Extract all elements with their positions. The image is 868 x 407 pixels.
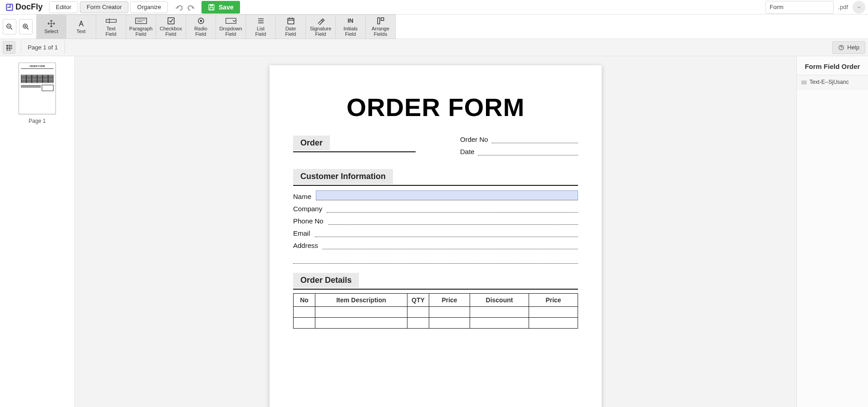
- th-qty: QTY: [407, 294, 429, 307]
- more-menu-button[interactable]: [853, 1, 865, 14]
- calendar-icon: [287, 17, 295, 25]
- svg-rect-29: [6, 45, 8, 47]
- tool-signature-field[interactable]: Signature Field: [306, 15, 336, 39]
- drag-handle-icon: [801, 80, 807, 84]
- tool-paragraph-field[interactable]: Paragraph Field: [126, 15, 156, 39]
- top-bar: DocFly Editor Form Creator Organize Save…: [0, 0, 868, 15]
- svg-rect-35: [11, 45, 12, 47]
- arrange-icon: [377, 17, 385, 25]
- field-order-label: Text-E--SjUsanc: [809, 79, 849, 85]
- order-details-table: No Item Description QTY Price Discount P…: [293, 293, 578, 329]
- svg-rect-2: [210, 5, 213, 6]
- label-email: Email: [293, 229, 315, 237]
- undo-button[interactable]: [174, 3, 183, 12]
- svg-rect-27: [378, 18, 380, 24]
- table-row: [294, 318, 578, 329]
- initials-icon: IN: [348, 17, 353, 25]
- logo-icon: [5, 3, 14, 11]
- checkbox-icon: [167, 17, 175, 25]
- paragraph-field-icon: [135, 17, 147, 25]
- tool-group: Select Text Text Field Paragraph Field C…: [36, 15, 396, 39]
- status-bar: Page 1 of 1 Help: [0, 39, 868, 56]
- document-canvas[interactable]: ORDER FORM Order Order No Date: [75, 56, 796, 407]
- svg-rect-32: [9, 47, 10, 49]
- thumbnails-toggle[interactable]: [3, 41, 15, 54]
- section-details-tab: Order Details: [293, 273, 359, 288]
- tool-select[interactable]: Select: [36, 15, 66, 39]
- svg-point-38: [841, 48, 842, 49]
- help-button[interactable]: Help: [832, 41, 865, 54]
- tab-form-creator[interactable]: Form Creator: [80, 1, 128, 13]
- tool-date-field[interactable]: Date Field: [276, 15, 306, 39]
- main-area: ORDER FORM Page 1: [0, 56, 868, 407]
- chevron-down-icon: [856, 5, 862, 10]
- tool-radio-field[interactable]: Radio Field: [186, 15, 216, 39]
- svg-rect-19: [226, 18, 235, 23]
- svg-rect-11: [106, 19, 116, 22]
- zoom-out-button[interactable]: [3, 19, 16, 34]
- dropdown-icon: [226, 17, 236, 25]
- page-thumbnail[interactable]: ORDER FORM: [19, 63, 56, 114]
- save-button[interactable]: Save: [201, 1, 240, 14]
- svg-rect-31: [9, 45, 10, 47]
- svg-line-8: [27, 28, 29, 29]
- svg-rect-33: [6, 49, 8, 50]
- tool-text[interactable]: Text: [66, 15, 96, 39]
- svg-line-5: [10, 28, 12, 29]
- field-order-panel: Form Field Order Text-E--SjUsanc: [796, 56, 868, 407]
- tool-dropdown-field[interactable]: Dropdown Field: [216, 15, 246, 39]
- label-name: Name: [293, 193, 316, 200]
- signature-icon: [317, 17, 325, 25]
- tool-list-field[interactable]: List Field: [246, 15, 276, 39]
- help-icon: [838, 44, 844, 51]
- svg-rect-16: [168, 18, 174, 24]
- svg-rect-28: [381, 18, 383, 20]
- app-logo: DocFly: [3, 2, 45, 12]
- mode-tabs: Editor Form Creator Organize: [49, 1, 168, 13]
- save-label: Save: [219, 4, 234, 11]
- th-no: No: [294, 294, 315, 307]
- brand-text: DocFly: [15, 2, 43, 12]
- thumbnails-panel: ORDER FORM Page 1: [0, 56, 75, 407]
- move-icon: [47, 19, 55, 28]
- zoom-in-icon: [22, 23, 30, 31]
- svg-rect-3: [210, 7, 213, 10]
- label-order-no: Order No: [460, 136, 492, 143]
- svg-rect-23: [288, 19, 294, 24]
- tool-arrange-fields[interactable]: Arrange Fields: [366, 15, 396, 39]
- doc-title: ORDER FORM: [293, 92, 578, 122]
- zoom-in-button[interactable]: [19, 19, 33, 34]
- list-icon: [257, 17, 265, 25]
- page-1[interactable]: ORDER FORM Order Order No Date: [270, 65, 602, 407]
- th-item: Item Description: [315, 294, 407, 307]
- svg-rect-36: [11, 47, 12, 49]
- text-icon: [77, 19, 85, 28]
- redo-button[interactable]: [187, 3, 196, 12]
- tool-initials-field[interactable]: IN Initials Field: [336, 15, 366, 39]
- grid-icon: [5, 44, 13, 51]
- section-customer-tab: Customer Information: [293, 169, 393, 184]
- form-field-name[interactable]: [316, 190, 578, 200]
- form-toolbar: Select Text Text Field Paragraph Field C…: [0, 15, 868, 39]
- tab-editor[interactable]: Editor: [49, 1, 78, 13]
- svg-rect-30: [6, 47, 8, 49]
- section-order-tab: Order: [293, 136, 330, 150]
- thumbnail-label: Page 1: [29, 118, 46, 124]
- svg-rect-34: [9, 49, 10, 50]
- label-company: Company: [293, 205, 327, 213]
- tool-checkbox-field[interactable]: Checkbox Field: [156, 15, 186, 39]
- label-address: Address: [293, 242, 323, 249]
- zoom-out-icon: [5, 23, 14, 31]
- zoom-group: [3, 15, 36, 39]
- th-price2: Price: [529, 294, 578, 307]
- text-field-icon: [106, 17, 117, 25]
- tab-organize[interactable]: Organize: [130, 1, 168, 13]
- page-indicator: Page 1 of 1: [21, 41, 65, 54]
- svg-rect-13: [135, 18, 146, 24]
- tool-text-field[interactable]: Text Field: [96, 15, 126, 39]
- filename-input[interactable]: [765, 1, 834, 14]
- file-extension: .pdf: [838, 4, 848, 10]
- label-phone: Phone No: [293, 217, 328, 225]
- svg-point-18: [200, 20, 202, 22]
- field-order-item[interactable]: Text-E--SjUsanc: [797, 75, 868, 89]
